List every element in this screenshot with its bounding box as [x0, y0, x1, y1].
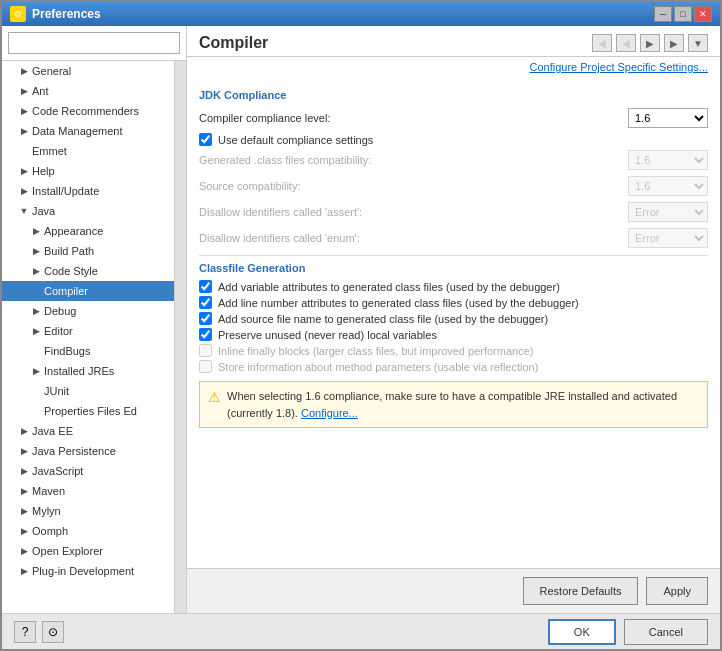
generated-class-label: Generated .class files compatibility: — [199, 154, 628, 166]
tree-item-installed-jres[interactable]: ▶ Installed JREs — [2, 361, 174, 381]
info-button[interactable]: ⊙ — [42, 621, 64, 643]
tree-label: Build Path — [44, 245, 94, 257]
inline-finally-row: Inline finally blocks (larger class file… — [199, 344, 708, 357]
tree-label: Code Style — [44, 265, 98, 277]
add-variable-row: Add variable attributes to generated cla… — [199, 280, 708, 293]
tree-item-java-ee[interactable]: ▶ Java EE — [2, 421, 174, 441]
disallow-assert-select[interactable]: Error — [628, 202, 708, 222]
tree-item-java-persistence[interactable]: ▶ Java Persistence — [2, 441, 174, 461]
tree-label: JavaScript — [32, 465, 83, 477]
tree-item-junit[interactable]: JUnit — [2, 381, 174, 401]
tree-item-oomph[interactable]: ▶ Oomph — [2, 521, 174, 541]
preserve-unused-checkbox[interactable] — [199, 328, 212, 341]
toggle-icon: ▶ — [30, 245, 42, 257]
nav-back-button[interactable]: ◀ — [592, 34, 612, 52]
use-default-label: Use default compliance settings — [218, 134, 373, 146]
minimize-button[interactable]: ─ — [654, 6, 672, 22]
add-line-number-checkbox[interactable] — [199, 296, 212, 309]
apply-button[interactable]: Apply — [646, 577, 708, 605]
ok-button[interactable]: OK — [548, 619, 616, 645]
disallow-enum-row: Disallow identifiers called 'enum': Erro… — [199, 227, 708, 249]
nav-dropdown-button[interactable]: ▼ — [688, 34, 708, 52]
window-icon: ⚙ — [10, 6, 26, 22]
tree-item-general[interactable]: ▶ General — [2, 61, 174, 81]
disallow-assert-label: Disallow identifiers called 'assert': — [199, 206, 628, 218]
toggle-icon: ▶ — [18, 545, 30, 557]
toggle-icon: ▶ — [18, 105, 30, 117]
tree-item-debug[interactable]: ▶ Debug — [2, 301, 174, 321]
add-source-checkbox[interactable] — [199, 312, 212, 325]
toggle-icon: ▶ — [18, 165, 30, 177]
compliance-select[interactable]: 1.6 — [628, 108, 708, 128]
maximize-button[interactable]: □ — [674, 6, 692, 22]
tree-item-properties-files[interactable]: Properties Files Ed — [2, 401, 174, 421]
add-line-number-row: Add line number attributes to generated … — [199, 296, 708, 309]
help-button[interactable]: ? — [14, 621, 36, 643]
toggle-icon: ▼ — [18, 205, 30, 217]
left-panel: ▶ General ▶ Ant ▶ Code Recommenders ▶ Da… — [2, 26, 187, 613]
tree-item-code-recommenders[interactable]: ▶ Code Recommenders — [2, 101, 174, 121]
tree-item-mylyn[interactable]: ▶ Mylyn — [2, 501, 174, 521]
left-scrollbar[interactable] — [174, 61, 186, 613]
tree-label: Emmet — [32, 145, 67, 157]
jdk-section-header: JDK Compliance — [199, 89, 708, 101]
tree-item-help[interactable]: ▶ Help — [2, 161, 174, 181]
footer-bar: ? ⊙ OK Cancel — [2, 613, 720, 649]
tree-item-ant[interactable]: ▶ Ant — [2, 81, 174, 101]
nav-buttons: ◀ ◀ ▶ ▶ ▼ — [592, 34, 708, 52]
tree-label: General — [32, 65, 71, 77]
nav-back2-button[interactable]: ◀ — [616, 34, 636, 52]
toggle-icon: ▶ — [18, 425, 30, 437]
toggle-icon: ▶ — [30, 265, 42, 277]
tree-label: Installed JREs — [44, 365, 114, 377]
toggle-icon: ▶ — [18, 185, 30, 197]
nav-forward2-button[interactable]: ▶ — [664, 34, 684, 52]
add-variable-checkbox[interactable] — [199, 280, 212, 293]
close-button[interactable]: ✕ — [694, 6, 712, 22]
tree-item-install-update[interactable]: ▶ Install/Update — [2, 181, 174, 201]
warning-icon: ⚠ — [208, 389, 221, 405]
preserve-unused-row: Preserve unused (never read) local varia… — [199, 328, 708, 341]
store-method-checkbox[interactable] — [199, 360, 212, 373]
tree-item-build-path[interactable]: ▶ Build Path — [2, 241, 174, 261]
add-line-number-label: Add line number attributes to generated … — [218, 297, 579, 309]
tree-label: Debug — [44, 305, 76, 317]
tree-item-code-style[interactable]: ▶ Code Style — [2, 261, 174, 281]
tree-label: Java — [32, 205, 55, 217]
inline-finally-checkbox[interactable] — [199, 344, 212, 357]
tree-item-findbugs[interactable]: FindBugs — [2, 341, 174, 361]
tree-item-emmet[interactable]: Emmet — [2, 141, 174, 161]
preferences-window: ⚙ Preferences ─ □ ✕ ▶ General ▶ — [0, 0, 722, 651]
tree-item-java[interactable]: ▼ Java — [2, 201, 174, 221]
toggle-icon: ▶ — [30, 305, 42, 317]
search-input[interactable] — [8, 32, 180, 54]
nav-forward-button[interactable]: ▶ — [640, 34, 660, 52]
source-compat-select[interactable]: 1.6 — [628, 176, 708, 196]
toggle-icon: ▶ — [30, 325, 42, 337]
tree-item-open-explorer[interactable]: ▶ Open Explorer — [2, 541, 174, 561]
toggle-icon: ▶ — [18, 445, 30, 457]
use-default-checkbox[interactable] — [199, 133, 212, 146]
toggle-icon: ▶ — [18, 485, 30, 497]
configure-project-link[interactable]: Configure Project Specific Settings... — [187, 57, 720, 77]
disallow-enum-select[interactable]: Error — [628, 228, 708, 248]
tree-item-data-management[interactable]: ▶ Data Management — [2, 121, 174, 141]
toggle-icon: ▶ — [30, 365, 42, 377]
panel-content: JDK Compliance Compiler compliance level… — [187, 77, 720, 568]
tree-item-javascript[interactable]: ▶ JavaScript — [2, 461, 174, 481]
tree-item-compiler[interactable]: Compiler — [2, 281, 174, 301]
generated-class-select[interactable]: 1.6 — [628, 150, 708, 170]
tree-item-appearance[interactable]: ▶ Appearance — [2, 221, 174, 241]
tree-item-plug-in-development[interactable]: ▶ Plug-in Development — [2, 561, 174, 581]
disallow-enum-label: Disallow identifiers called 'enum': — [199, 232, 628, 244]
restore-defaults-button[interactable]: Restore Defaults — [523, 577, 639, 605]
tree-label: Ant — [32, 85, 49, 97]
configure-link[interactable]: Configure... — [301, 407, 358, 419]
add-source-label: Add source file name to generated class … — [218, 313, 548, 325]
title-bar: ⚙ Preferences ─ □ ✕ — [2, 2, 720, 26]
cancel-button[interactable]: Cancel — [624, 619, 708, 645]
tree-item-editor[interactable]: ▶ Editor — [2, 321, 174, 341]
tree-item-maven[interactable]: ▶ Maven — [2, 481, 174, 501]
tree-label: Properties Files Ed — [44, 405, 137, 417]
generated-class-row: Generated .class files compatibility: 1.… — [199, 149, 708, 171]
